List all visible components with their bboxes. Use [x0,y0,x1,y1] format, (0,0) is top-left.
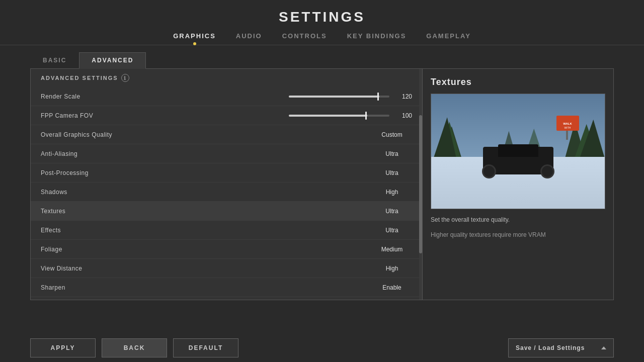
billboard-svg: WALK WITH [554,115,584,140]
slider-track [289,115,389,117]
setting-value-sharpen[interactable]: Enable [372,284,412,291]
preview-image: WALK WITH [431,94,605,209]
svg-rect-9 [566,131,568,140]
settings-panel: ADVANCED SETTINGS ℹ Render Scale 120 FPP… [30,69,423,300]
setting-value-post-processing[interactable]: Ultra [372,169,412,176]
setting-label-anti-aliasing: Anti-Aliasing [41,150,372,157]
setting-value-overall-graphics[interactable]: Custom [372,131,412,138]
table-row[interactable]: Effects Ultra [31,221,422,240]
render-scale-value: 120 [394,93,412,100]
settings-list: Render Scale 120 FPP Camera FOV [31,87,422,300]
table-row[interactable]: Sharpen Enable [31,278,422,297]
table-row[interactable]: Render Scale 120 [31,87,422,106]
jeep-roof [498,144,538,157]
setting-label-foliage: Foliage [41,246,372,253]
default-button[interactable]: DEFAULT [173,338,238,357]
setting-label-sharpen: Sharpen [41,284,372,291]
tab-graphics[interactable]: GRAPHICS [173,32,216,45]
setting-label-textures: Textures [41,208,372,215]
setting-value-shadows[interactable]: High [372,189,412,196]
table-row[interactable]: Post-Processing Ultra [31,163,422,183]
slider-fill [289,96,379,98]
section-header: ADVANCED SETTINGS ℹ [31,69,422,87]
sub-tab-advanced[interactable]: ADVANCED [79,52,146,69]
sub-tab-basic[interactable]: BASIC [30,52,79,68]
setting-label-post-processing: Post-Processing [41,169,372,176]
preview-scene: WALK WITH [431,94,605,209]
slider-thumb [365,112,367,120]
fpp-camera-fov-value: 100 [394,112,412,119]
section-title: ADVANCED SETTINGS [41,75,118,81]
fpp-camera-fov-slider[interactable]: 100 [289,112,412,119]
info-note: Higher quality textures require more VRA… [431,230,605,239]
chevron-up-icon [601,346,606,349]
setting-label-fpp-camera-fov: FPP Camera FOV [41,112,289,119]
info-description: Set the overall texture quality. [431,215,605,224]
jeep [478,139,558,174]
info-panel-title: Textures [431,77,605,87]
save-load-label: Save / Load Settings [516,344,585,351]
table-row[interactable]: Shadows High [31,183,422,202]
setting-label-shadows: Shadows [41,189,372,196]
svg-text:WALK: WALK [563,122,572,125]
tab-key-bindings[interactable]: KEY BINDINGS [347,32,407,45]
tab-audio[interactable]: AUDIO [236,32,262,45]
setting-value-foliage[interactable]: Medium [372,246,412,253]
render-scale-slider[interactable]: 120 [289,93,412,100]
table-row[interactable]: FPP Camera FOV 100 [31,106,422,125]
scrollbar[interactable] [419,69,422,300]
setting-label-overall-graphics: Overall Graphics Quality [41,131,372,138]
table-row[interactable]: V-Sync Disable [31,297,422,300]
main-content: ADVANCED SETTINGS ℹ Render Scale 120 FPP… [30,69,614,300]
nav-tabs: GRAPHICS AUDIO CONTROLS KEY BINDINGS GAM… [0,32,644,45]
table-row[interactable]: Overall Graphics Quality Custom [31,125,422,144]
jeep-wheel-left [482,164,496,178]
tab-gameplay[interactable]: GAMEPLAY [426,32,470,45]
setting-label-view-distance: View Distance [41,265,372,272]
sub-tabs: BASIC ADVANCED [30,52,614,69]
svg-text:WITH: WITH [564,126,571,129]
setting-value-view-distance[interactable]: High [372,265,412,272]
apply-button[interactable]: APPLY [30,338,96,357]
back-button[interactable]: BACK [102,338,167,357]
table-row[interactable]: View Distance High [31,259,422,278]
setting-value-textures[interactable]: Ultra [372,208,412,215]
jeep-wheel-right [540,164,554,178]
table-row[interactable]: Foliage Medium [31,240,422,259]
setting-label-effects: Effects [41,227,372,234]
setting-label-render-scale: Render Scale [41,93,289,100]
slider-track [289,96,389,98]
tab-controls[interactable]: CONTROLS [282,32,327,45]
setting-value-anti-aliasing[interactable]: Ultra [372,150,412,157]
slider-fill [289,115,367,117]
table-row[interactable]: Anti-Aliasing Ultra [31,144,422,163]
table-row[interactable]: Textures Ultra [31,202,422,221]
page-title: SETTINGS [0,9,644,25]
bottom-bar: APPLY BACK DEFAULT Save / Load Settings [0,334,644,362]
setting-value-effects[interactable]: Ultra [372,227,412,234]
slider-thumb [377,93,379,101]
scrollbar-thumb [419,115,422,253]
save-load-button[interactable]: Save / Load Settings [508,338,614,357]
info-panel: Textures [423,69,614,300]
info-icon[interactable]: ℹ [121,74,129,82]
